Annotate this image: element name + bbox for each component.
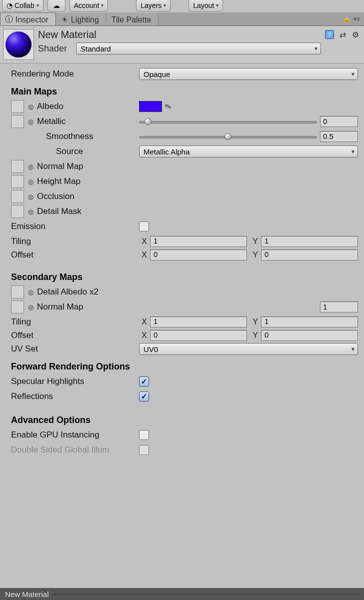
main-maps-header: Main Maps (11, 82, 358, 99)
detailmask-texture-slot[interactable] (11, 205, 24, 218)
albedo-texture-slot[interactable] (11, 100, 24, 113)
double-sided-gi-checkbox (139, 445, 149, 455)
occlusion-texture-slot[interactable] (11, 190, 24, 203)
height-picker-icon[interactable] (27, 178, 34, 185)
account-dropdown[interactable]: Account▾ (70, 0, 108, 12)
y-label: Y (250, 250, 258, 260)
tab-lighting[interactable]: ☀ Lighting (56, 12, 106, 26)
tiling-y[interactable]: 1 (261, 236, 358, 247)
reflections-label: Reflections (11, 392, 53, 402)
gear-icon[interactable]: ⚙ (351, 30, 360, 39)
inspector-body: Rendering Mode Opaque Main Maps Albedo ✎… (0, 64, 364, 458)
sec-tiling-y[interactable]: 1 (261, 316, 358, 328)
source-dropdown[interactable]: Metallic Alpha (139, 146, 358, 158)
y-label: Y (250, 318, 258, 326)
layout-dropdown[interactable]: Layout▾ (188, 0, 223, 12)
sec-offset-label: Offset (11, 330, 34, 340)
lighting-icon: ☀ (61, 16, 68, 24)
rendering-mode-label: Rendering Mode (11, 69, 136, 79)
smoothness-label: Smoothness (46, 132, 94, 142)
rendering-mode-dropdown[interactable]: Opaque (139, 68, 358, 80)
normal-label: Normal Map (37, 162, 84, 172)
material-preview[interactable] (3, 29, 34, 60)
layers-dropdown[interactable]: Layers▾ (136, 0, 170, 12)
uvset-dropdown[interactable]: UV0 (139, 343, 358, 355)
height-label: Height Map (37, 176, 80, 186)
tab-label: Tile Palette (112, 16, 151, 24)
material-name[interactable]: New Material (38, 29, 321, 40)
metallic-texture-slot[interactable] (11, 115, 24, 128)
albedo-color[interactable] (139, 101, 162, 112)
advanced-options-header: Advanced Options (11, 404, 358, 428)
normal-picker-icon[interactable] (27, 163, 34, 170)
sec-tiling-x[interactable]: 1 (150, 316, 247, 328)
source-label: Source (56, 146, 83, 156)
double-sided-gi-label: Double Sided Global Illum (11, 445, 110, 455)
sec-normal-texture-slot[interactable] (11, 300, 24, 314)
specular-label: Specular Highlights (11, 376, 84, 386)
y-label: Y (250, 237, 258, 246)
occlusion-label: Occlusion (37, 192, 74, 202)
normal-texture-slot[interactable] (11, 160, 24, 173)
reflections-checkbox[interactable] (139, 392, 149, 402)
uvset-label: UV Set (11, 344, 38, 354)
sec-offset-x[interactable]: 0 (150, 330, 247, 341)
lock-icon[interactable]: 🔒 (343, 16, 350, 22)
help-icon[interactable]: ? (325, 30, 334, 39)
preview-footer[interactable]: New Material (0, 588, 364, 600)
detailmask-picker-icon[interactable] (27, 208, 34, 215)
y-label: Y (250, 331, 258, 340)
tab-inspector[interactable]: ⓘ Inspector (0, 12, 56, 26)
tab-tile-palette[interactable]: Tile Palette (106, 12, 158, 26)
menu-icon[interactable]: ▾≡ (354, 16, 360, 22)
detailmask-label: Detail Mask (37, 206, 82, 216)
top-toolbar: ◔Collab▾ ☁ Account▾ Layers▾ Layout▾ (0, 0, 364, 12)
x-label: X (139, 250, 147, 260)
emission-label: Emission (11, 222, 46, 232)
x-label: X (139, 318, 147, 326)
occlusion-picker-icon[interactable] (27, 193, 34, 200)
offset-y[interactable]: 0 (261, 250, 358, 260)
forward-rendering-header: Forward Rendering Options (11, 356, 358, 374)
emission-checkbox[interactable] (139, 222, 149, 232)
info-icon: ⓘ (6, 16, 12, 24)
cloud-button[interactable]: ☁ (48, 0, 66, 12)
tiling-label: Tiling (11, 236, 31, 246)
albedo-picker-icon[interactable] (27, 103, 34, 110)
sec-normal-picker-icon[interactable] (27, 304, 34, 310)
height-texture-slot[interactable] (11, 175, 24, 188)
material-header: New Material Shader Standard ? ⇄ ⚙ (0, 26, 364, 64)
offset-x[interactable]: 0 (150, 250, 247, 260)
metallic-slider[interactable] (139, 116, 317, 126)
shader-dropdown[interactable]: Standard (76, 42, 321, 54)
tab-bar: ⓘ Inspector ☀ Lighting Tile Palette 🔒 ▾≡ (0, 12, 364, 26)
sec-offset-y[interactable]: 0 (261, 330, 358, 341)
offset-label: Offset (11, 250, 34, 260)
metallic-value[interactable]: 0 (320, 116, 358, 127)
tab-label: Lighting (71, 16, 99, 24)
albedo-label: Albedo (37, 102, 64, 112)
sec-normal-label: Normal Map (37, 302, 84, 312)
tab-label: Inspector (16, 16, 48, 24)
shader-label: Shader (38, 44, 72, 54)
detail-albedo-picker-icon[interactable] (27, 288, 34, 296)
gpu-instancing-label: Enable GPU Instancing (11, 430, 100, 440)
metallic-label: Metallic (37, 116, 66, 126)
eyedropper-icon[interactable]: ✎ (164, 101, 173, 112)
footer-title: New Material (5, 590, 49, 598)
x-label: X (139, 331, 147, 340)
sec-normal-value[interactable]: 1 (320, 302, 358, 312)
tiling-x[interactable]: 1 (150, 236, 247, 247)
x-label: X (139, 237, 147, 246)
smoothness-value[interactable]: 0.5 (320, 131, 358, 142)
secondary-maps-header: Secondary Maps (11, 261, 358, 284)
preset-icon[interactable]: ⇄ (338, 30, 347, 39)
gpu-instancing-checkbox[interactable] (139, 430, 149, 440)
sec-tiling-label: Tiling (11, 317, 31, 327)
metallic-picker-icon[interactable] (27, 118, 34, 125)
detail-albedo-texture-slot[interactable] (11, 286, 24, 298)
collab-dropdown[interactable]: ◔Collab▾ (2, 0, 44, 12)
smoothness-slider[interactable] (139, 132, 317, 142)
specular-checkbox[interactable] (139, 376, 149, 386)
detail-albedo-label: Detail Albedo x2 (37, 287, 98, 297)
